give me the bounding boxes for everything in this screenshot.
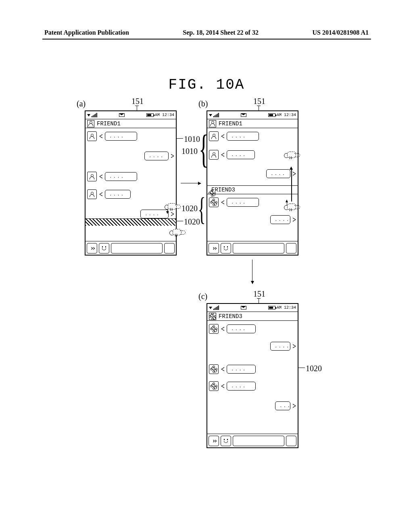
mail-icon — [119, 113, 125, 117]
send-button[interactable]: ›› — [209, 436, 219, 446]
msg-in: .... — [227, 382, 256, 391]
signal-icon — [213, 113, 219, 117]
avatar-icon — [209, 131, 219, 141]
send-button[interactable]: ›› — [87, 243, 97, 254]
avatar-icon — [87, 172, 97, 181]
ref-1020-c: 1020 — [306, 364, 322, 373]
msg-in: .... — [227, 132, 259, 141]
msg-in: .... — [105, 132, 137, 141]
brace-1020: { — [198, 193, 206, 225]
input-bar: ›› — [86, 241, 176, 255]
msg-out: .... — [144, 152, 169, 160]
finger-pointer-icon — [165, 203, 182, 213]
chat-title: FRIEND3 — [219, 313, 242, 320]
ref-1010-b: 1010 — [181, 147, 198, 156]
msg-in: .... — [227, 324, 256, 333]
battery-icon — [268, 113, 275, 117]
title-avatar — [209, 313, 216, 320]
panel-label-b: (b) — [198, 99, 208, 108]
phone-b: AM 12:34 FRIEND1 .... .... .... FRIEND3 — [206, 110, 298, 256]
brace-1010: { — [199, 129, 209, 169]
phone-a: AM 12:34 FRIEND1 .... .... .... .... ...… — [85, 110, 177, 256]
battery-icon — [146, 113, 154, 117]
emoji-button[interactable] — [221, 436, 231, 446]
lead-151-a — [137, 106, 137, 110]
ref-151-a: 151 — [131, 97, 144, 106]
msg-in: .... — [105, 172, 137, 181]
status-bar: AM 12:34 — [207, 304, 298, 312]
emoji-button[interactable] — [99, 243, 109, 254]
header-right: US 2014/0281908 A1 — [312, 29, 369, 36]
chat-title-bar: FRIEND3 — [207, 312, 298, 321]
lead-1020-c — [298, 368, 305, 368]
lead-151-b — [259, 106, 259, 110]
chat-title: FRIEND1 — [97, 121, 121, 127]
mail-icon — [241, 113, 246, 117]
send-button[interactable]: ›› — [209, 243, 219, 254]
dropdown-icon — [87, 114, 90, 116]
attach-button[interactable] — [286, 243, 296, 254]
msg-out: .... — [266, 169, 290, 178]
chat-title: FRIEND1 — [219, 121, 242, 127]
hatched-divider — [86, 218, 176, 226]
msg-in: .... — [227, 150, 255, 159]
avatar-flower-icon — [209, 364, 219, 374]
finger-pointer-icon — [169, 229, 187, 239]
signal-icon — [213, 306, 219, 310]
phone-c: AM 12:34 FRIEND3 .... .... .... .... ... — [206, 303, 298, 448]
msg-in: .... — [227, 365, 256, 374]
chevron-right-icon: ›› — [212, 244, 215, 252]
smile-icon — [223, 246, 229, 250]
ref-151-c: 151 — [253, 289, 265, 299]
msg-out: ... — [275, 401, 290, 410]
chevron-right-icon: ›› — [212, 437, 215, 445]
arrow-a-to-b — [181, 183, 201, 183]
ref-1020-b: 1020 — [181, 204, 198, 213]
dropdown-icon — [209, 307, 212, 309]
status-bar: AM 12:34 — [86, 111, 176, 119]
signal-icon — [92, 113, 97, 117]
header-mid: Sep. 18, 2014 Sheet 22 of 32 — [183, 29, 259, 36]
msg-out: .... — [270, 342, 290, 351]
text-input[interactable] — [111, 243, 163, 254]
avatar-icon — [209, 150, 219, 160]
dropdown-icon — [209, 114, 212, 116]
avatar-flower-icon — [209, 324, 219, 334]
input-bar: ›› — [207, 434, 298, 447]
figure-title: FIG. 10A — [0, 77, 413, 93]
text-input[interactable] — [233, 243, 284, 254]
chat-body-lower[interactable]: .... .... — [207, 194, 298, 241]
attach-button[interactable] — [164, 243, 175, 254]
text-input[interactable] — [233, 436, 284, 446]
lead-151-c — [259, 298, 259, 303]
chat-body[interactable]: .... .... .... .... .... — [86, 128, 176, 241]
status-time: AM 12:34 — [277, 305, 296, 310]
status-time: AM 12:34 — [155, 113, 174, 117]
arrow-b-to-c — [252, 260, 252, 284]
chat-body[interactable]: .... .... .... .... ... — [207, 321, 298, 434]
smile-icon — [223, 439, 229, 443]
status-time: AM 12:34 — [277, 113, 296, 117]
smile-icon — [101, 246, 107, 250]
title-avatar — [209, 120, 216, 127]
avatar-icon — [87, 189, 97, 199]
panel-label-c: (c) — [198, 292, 207, 301]
emoji-button[interactable] — [221, 243, 231, 254]
lead-1020-a — [177, 221, 183, 221]
mail-icon — [241, 306, 246, 310]
chat-title-bar: FRIEND1 — [86, 119, 176, 128]
ref-1010-a: 1010 — [184, 135, 200, 144]
finger-pointer-icon — [284, 152, 302, 161]
attach-button[interactable] — [286, 436, 296, 446]
msg-in: .... — [227, 198, 259, 207]
chat-title-bar: FRIEND1 — [207, 119, 298, 128]
header-rule — [42, 39, 371, 39]
status-bar: AM 12:34 — [207, 111, 298, 119]
chevron-right-icon: ›› — [90, 244, 94, 252]
battery-icon — [268, 306, 275, 310]
avatar-flower-icon — [209, 381, 219, 391]
chat-title-bar-friend3: FRIEND3 — [207, 185, 298, 194]
scroll-up-line — [291, 169, 292, 202]
page-header: Patent Application Publication Sep. 18, … — [0, 29, 413, 36]
header-left: Patent Application Publication — [44, 29, 129, 36]
